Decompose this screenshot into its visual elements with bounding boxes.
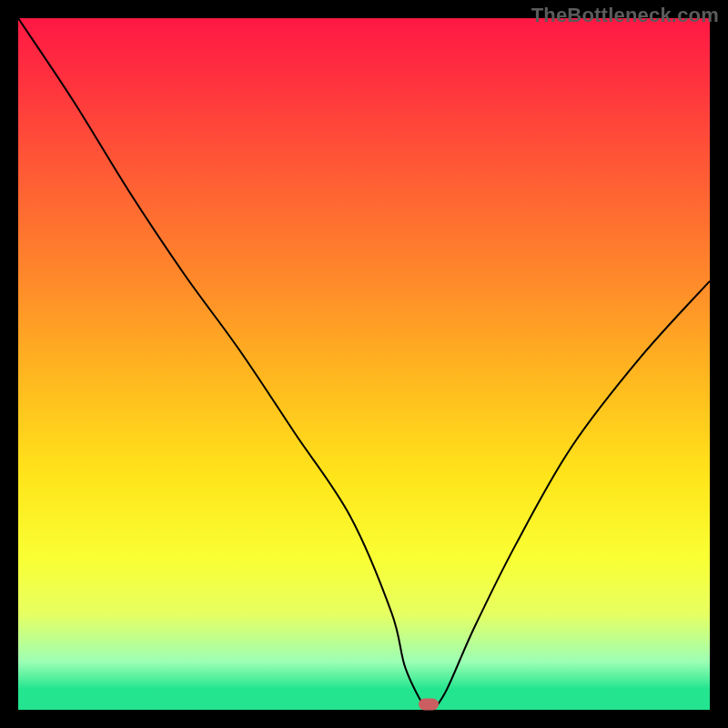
chart-frame: TheBottleneck.com bbox=[0, 0, 728, 728]
watermark-text: TheBottleneck.com bbox=[531, 4, 719, 27]
plot-area bbox=[18, 18, 710, 710]
optimal-point-marker bbox=[419, 698, 439, 710]
bottleneck-curve bbox=[18, 18, 710, 710]
